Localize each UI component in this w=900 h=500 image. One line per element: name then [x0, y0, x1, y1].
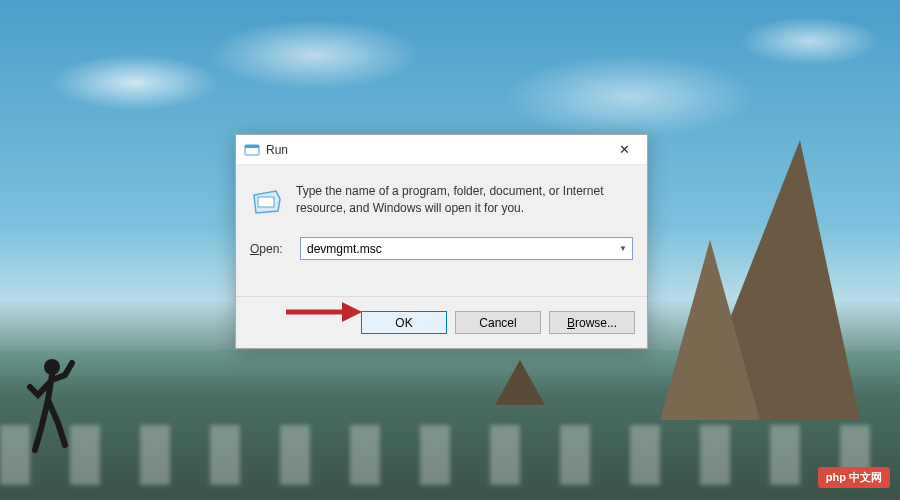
- close-icon: ✕: [619, 142, 630, 157]
- dialog-body: Type the name of a program, folder, docu…: [236, 165, 647, 296]
- button-row: OK Cancel Browse...: [236, 296, 647, 348]
- open-combobox[interactable]: ▼: [300, 237, 633, 260]
- run-program-icon: [250, 185, 284, 219]
- desktop-background-rock: [660, 240, 760, 420]
- svg-rect-2: [245, 145, 259, 148]
- browse-button[interactable]: Browse...: [549, 311, 635, 334]
- svg-rect-3: [258, 197, 274, 207]
- watermark-badge: php 中文网: [818, 467, 890, 488]
- dialog-title: Run: [266, 143, 602, 157]
- open-label: Open:: [250, 242, 290, 256]
- run-dialog-icon: [244, 142, 260, 158]
- desktop-background-rock: [495, 360, 545, 405]
- ok-button[interactable]: OK: [361, 311, 447, 334]
- cancel-button[interactable]: Cancel: [455, 311, 541, 334]
- titlebar[interactable]: Run ✕: [236, 135, 647, 165]
- open-input[interactable]: [301, 238, 614, 259]
- dialog-description: Type the name of a program, folder, docu…: [296, 183, 633, 219]
- desktop-background-runner: [20, 355, 80, 465]
- close-button[interactable]: ✕: [602, 135, 647, 165]
- chevron-down-icon[interactable]: ▼: [614, 238, 632, 259]
- run-dialog: Run ✕ Type the name of a program, folder…: [235, 134, 648, 349]
